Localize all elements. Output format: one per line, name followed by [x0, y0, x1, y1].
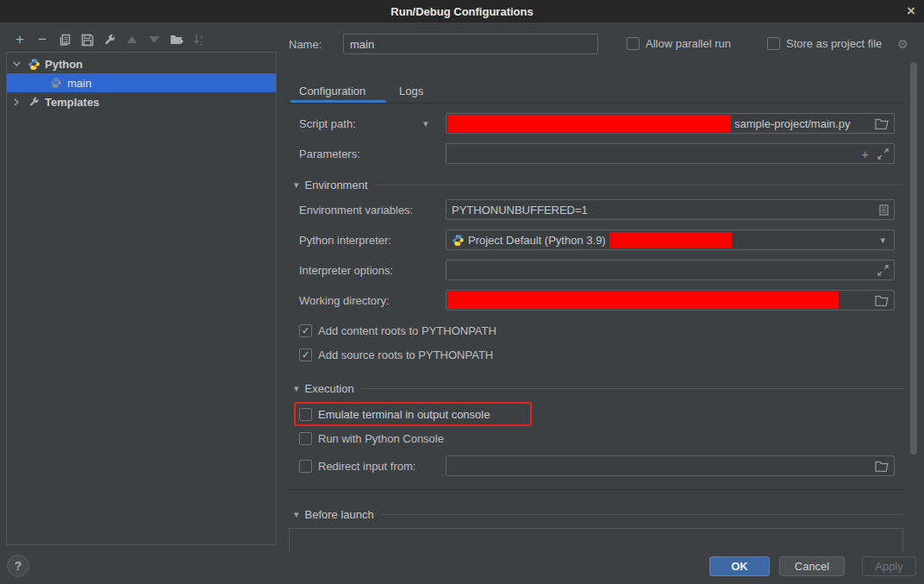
interpreter-options-label: Interpreter options: [299, 264, 393, 277]
remove-configuration-button[interactable]: − [31, 29, 53, 50]
redaction-block [609, 232, 732, 248]
parameters-field[interactable]: + [446, 143, 895, 164]
checkbox-label: Allow parallel run [646, 37, 731, 50]
section-title: Execution [305, 382, 354, 395]
save-configuration-icon[interactable] [76, 29, 98, 50]
python-interpreter-value: Project Default (Python 3.9) [468, 234, 606, 247]
checkbox-checked[interactable]: ✓ [299, 349, 312, 361]
add-macro-icon[interactable]: + [861, 147, 869, 161]
checkbox-label: Store as project file [786, 37, 882, 50]
folder-icon[interactable] [875, 295, 889, 306]
before-launch-section-header[interactable]: ▾ Before launch [294, 508, 903, 521]
name-label: Name: [289, 38, 322, 51]
apply-button[interactable]: Apply [862, 556, 916, 576]
tree-item-label: Templates [45, 96, 99, 109]
redirect-input-checkbox[interactable]: Redirect input from: [299, 460, 415, 473]
tree-item-python[interactable]: Python [7, 54, 276, 73]
section-rule [374, 185, 903, 185]
script-path-value: sample-project/main.py [734, 117, 850, 130]
name-input[interactable] [343, 34, 598, 54]
checkbox-label: Redirect input from: [318, 460, 415, 473]
add-content-roots-checkbox[interactable]: ✓ Add content roots to PYTHONPATH [299, 324, 496, 337]
python-icon [26, 58, 41, 71]
checkbox-unchecked[interactable] [627, 37, 640, 50]
checkbox-label: Emulate terminal in output console [318, 408, 490, 421]
interpreter-options-field[interactable] [446, 260, 895, 280]
allow-parallel-run-checkbox[interactable]: Allow parallel run [627, 37, 731, 50]
before-launch-task-list[interactable] [289, 528, 903, 552]
cancel-button[interactable]: Cancel [779, 556, 845, 576]
section-collapse-icon[interactable]: ▾ [294, 509, 299, 520]
python-interpreter-select[interactable]: Project Default (Python 3.9) ▾ [446, 229, 895, 250]
configurations-tree: Python main Templates [6, 52, 277, 545]
redaction-block [447, 292, 839, 309]
close-icon[interactable]: × [907, 3, 915, 20]
checkbox-label: Run with Python Console [318, 432, 444, 445]
section-collapse-icon[interactable]: ▾ [294, 383, 299, 394]
tree-item-templates[interactable]: Templates [7, 92, 276, 111]
section-collapse-icon[interactable]: ▾ [294, 179, 299, 191]
tab-logs[interactable]: Logs [399, 85, 423, 97]
help-glyph: ? [15, 559, 22, 573]
script-path-dropdown-icon[interactable]: ▾ [423, 118, 428, 129]
add-source-roots-checkbox[interactable]: ✓ Add source roots to PYTHONPATH [299, 349, 493, 361]
working-directory-field[interactable] [446, 290, 895, 311]
checkbox-label: Add content roots to PYTHONPATH [318, 324, 496, 337]
sort-configurations-icon[interactable]: az [188, 29, 210, 50]
environment-section-header[interactable]: ▾ Environment [294, 179, 903, 192]
vertical-scrollbar[interactable] [910, 62, 917, 455]
tabs-divider [287, 103, 903, 104]
titlebar: Run/Debug Configurations × [0, 0, 924, 22]
expand-field-icon[interactable] [877, 148, 889, 160]
checkbox-unchecked[interactable] [299, 408, 312, 421]
section-title: Before launch [305, 508, 374, 521]
working-directory-label: Working directory: [299, 294, 390, 307]
redaction-block [447, 115, 731, 132]
checkbox-unchecked[interactable] [299, 432, 312, 445]
python-icon [48, 77, 64, 89]
help-button[interactable]: ? [7, 555, 29, 577]
checkbox-unchecked[interactable] [767, 37, 780, 50]
dropdown-arrow-icon[interactable]: ▾ [880, 235, 885, 246]
environment-variables-label: Environment variables: [299, 204, 413, 217]
checkbox-checked[interactable]: ✓ [299, 324, 312, 337]
tree-item-label: Python [45, 58, 83, 71]
python-interpreter-label: Python interpreter: [299, 234, 391, 247]
edit-templates-icon[interactable] [98, 29, 121, 50]
section-title: Environment [305, 179, 368, 192]
ok-button[interactable]: OK [709, 556, 770, 576]
tab-configuration[interactable]: Configuration [299, 85, 365, 97]
redirect-input-field[interactable] [446, 455, 895, 476]
folder-icon[interactable] [875, 461, 889, 472]
svg-text:a: a [200, 34, 203, 40]
checkbox-label: Add source roots to PYTHONPATH [318, 349, 493, 361]
add-configuration-button[interactable]: + [9, 29, 31, 50]
script-path-field[interactable]: sample-project/main.py [446, 113, 895, 134]
edit-variables-icon[interactable] [879, 204, 889, 216]
new-folder-icon[interactable] [165, 29, 188, 50]
section-rule [360, 388, 903, 389]
copy-configuration-icon[interactable] [53, 29, 76, 50]
execution-section-header[interactable]: ▾ Execution [294, 382, 903, 395]
chevron-right-icon[interactable] [7, 98, 26, 106]
move-down-icon[interactable] [143, 29, 165, 50]
run-debug-configurations-dialog: Run/Debug Configurations × + − az [0, 0, 924, 584]
python-icon [452, 234, 465, 247]
wrench-icon [26, 97, 41, 108]
content-divider [289, 489, 903, 490]
expand-field-icon[interactable] [877, 265, 889, 276]
gear-icon[interactable]: ⚙ [897, 37, 908, 51]
checkbox-unchecked[interactable] [299, 460, 312, 473]
chevron-down-icon[interactable] [7, 61, 26, 66]
emulate-terminal-checkbox[interactable]: Emulate terminal in output console [299, 408, 490, 421]
store-as-project-file-checkbox[interactable]: Store as project file [767, 37, 882, 50]
tree-item-label: main [67, 77, 91, 90]
environment-variables-field[interactable]: PYTHONUNBUFFERED=1 [446, 199, 895, 220]
tree-item-main[interactable]: main [7, 73, 276, 92]
run-with-python-console-checkbox[interactable]: Run with Python Console [299, 432, 444, 445]
folder-icon[interactable] [875, 118, 889, 129]
svg-text:z: z [200, 40, 203, 46]
move-up-icon[interactable] [121, 29, 143, 50]
environment-variables-value: PYTHONUNBUFFERED=1 [452, 204, 588, 217]
section-rule [380, 514, 903, 515]
